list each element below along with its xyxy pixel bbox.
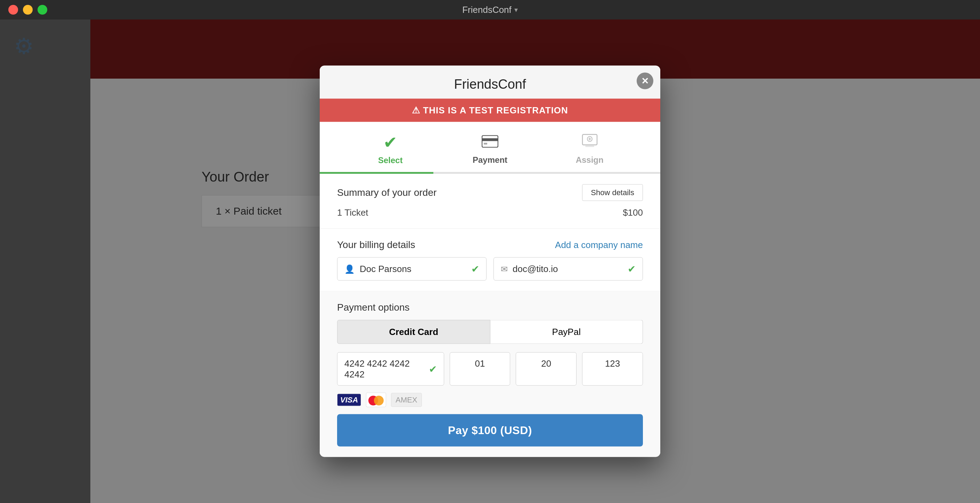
modal-close-button[interactable]: ✕ [636,73,653,89]
step-payment-label: Payment [473,155,508,165]
payment-section: Payment options Credit Card PayPal 4242 … [320,292,660,457]
card-number-field[interactable]: 4242 4242 4242 4242 ✔ [337,352,444,386]
email-check-icon: ✔ [628,263,636,275]
app-title-text: FriendsConf [462,5,512,15]
card-logos: VISA AMEX [337,393,643,407]
person-icon: 👤 [344,264,355,274]
test-banner: ⚠ THIS IS A TEST REGISTRATION [320,99,660,122]
tab-paypal[interactable]: PayPal [490,320,643,344]
main-area: ⚙ Your Order 1 × Paid ticket FriendsConf… [0,19,980,503]
cvv-field[interactable]: 123 [582,352,643,386]
summary-row: 1 Ticket $100 [337,207,643,218]
name-check-icon: ✔ [471,263,479,275]
svg-rect-7 [585,146,594,147]
step-select[interactable]: ✔ Select [340,133,440,172]
expiry-year-field[interactable]: 20 [516,352,576,386]
pay-button[interactable]: Pay $100 (USD) [337,414,643,447]
steps-container: ✔ Select Payment [320,122,660,172]
step-progress-bar [320,172,660,174]
tab-credit-card[interactable]: Credit Card [337,320,490,344]
visa-logo: VISA [337,394,361,406]
ticket-label: 1 Ticket [337,207,368,218]
show-details-button[interactable]: Show details [582,184,643,201]
card-fields: 4242 4242 4242 4242 ✔ 01 20 123 [337,352,643,386]
minimize-button[interactable] [23,5,33,14]
step-payment[interactable]: Payment [440,133,540,172]
summary-section: Summary of your order Show details 1 Tic… [320,174,660,229]
summary-title: Summary of your order [337,187,436,198]
card-check-icon: ✔ [429,363,437,375]
add-company-link[interactable]: Add a company name [555,240,643,250]
test-banner-text: ⚠ THIS IS A TEST REGISTRATION [412,105,568,115]
modal-title: FriendsConf [454,77,526,91]
ticket-price: $100 [623,207,643,218]
payment-tabs: Credit Card PayPal [337,320,643,344]
email-field: ✉ doc@tito.io ✔ [493,257,643,281]
email-icon: ✉ [501,264,508,274]
modal-dialog: FriendsConf ✕ ⚠ THIS IS A TEST REGISTRAT… [320,66,660,457]
step-payment-icon [482,133,498,152]
modal-body: Summary of your order Show details 1 Tic… [320,174,660,457]
name-value: Doc Parsons [360,263,466,275]
app-title: FriendsConf ▾ [462,5,518,15]
email-value: doc@tito.io [512,263,623,275]
svg-rect-0 [482,136,498,147]
payment-title: Payment options [337,302,643,313]
chevron-down-icon: ▾ [514,6,518,14]
mastercard-logo [366,393,386,407]
billing-title: Your billing details [337,240,415,251]
expiry-month-field[interactable]: 01 [450,352,511,386]
svg-rect-2 [484,143,487,145]
step-select-icon: ✔ [383,133,397,152]
step-assign-icon [582,133,598,152]
billing-fields: 👤 Doc Parsons ✔ ✉ doc@tito.io ✔ [337,257,643,281]
modal-header: FriendsConf ✕ [320,66,660,92]
billing-section: Your billing details Add a company name … [320,229,660,292]
window-controls [8,5,47,14]
svg-rect-1 [482,139,498,141]
titlebar: FriendsConf ▾ [0,0,980,19]
billing-header: Your billing details Add a company name [337,240,643,251]
name-field: 👤 Doc Parsons ✔ [337,257,487,281]
step-select-label: Select [378,155,403,165]
close-button[interactable] [8,5,18,14]
amex-logo: AMEX [391,393,422,407]
summary-header: Summary of your order Show details [337,184,643,201]
card-number-value: 4242 4242 4242 4242 [344,358,424,380]
maximize-button[interactable] [38,5,47,14]
step-assign[interactable]: Assign [540,133,640,172]
step-assign-label: Assign [576,155,604,165]
